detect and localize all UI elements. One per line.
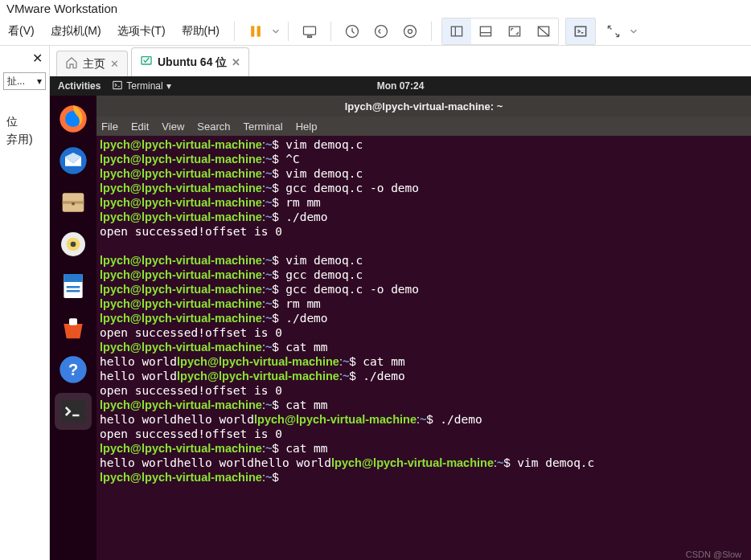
svg-rect-12 [509,27,519,36]
menu-vm[interactable]: 虚拟机(M) [43,24,109,39]
tab-label: 主页 [83,57,105,72]
menu-tabs[interactable]: 选项卡(T) [109,24,174,39]
terminal-window: lpych@lpych-virtual-machine: ~ File Edit… [96,96,751,560]
svg-rect-8 [451,27,462,36]
fullscreen-button[interactable] [500,18,529,44]
dock-icon-rhythmbox[interactable] [55,226,92,263]
svg-text:?: ? [68,361,78,378]
chevron-down-icon: ▾ [166,80,171,92]
svg-rect-17 [113,81,122,88]
clock[interactable]: Mon 07:24 [377,80,425,92]
tab-home[interactable]: 主页 ✕ [56,51,128,76]
layout-single-button[interactable] [442,18,471,44]
snapshot-take-button[interactable] [338,18,367,44]
dock-icon-software[interactable] [55,309,92,346]
snapshot-revert-button[interactable] [367,18,396,44]
gnome-top-bar: Activities Terminal ▾ Mon 07:24 [50,76,751,96]
divider [234,22,235,41]
ubuntu-dock: ? [50,96,96,560]
terminal-titlebar[interactable]: lpych@lpych-virtual-machine: ~ [96,96,751,116]
layout-thumb-button[interactable] [471,18,500,44]
vmware-menubar: 看(V) 虚拟机(M) 选项卡(T) 帮助(H) [0,17,751,46]
terminal-output[interactable]: lpych@lpych-virtual-machine:~$ vim demoq… [96,136,751,560]
unity-button[interactable] [529,18,558,44]
app-menu-label: Terminal [126,80,162,92]
term-menu-view[interactable]: View [162,121,184,133]
tab-close-button[interactable]: ✕ [110,58,119,70]
pause-dropdown[interactable] [270,18,281,44]
window-title: VMware Workstation [0,0,751,17]
vm-tabs: 主页 ✕ Ubuntu 64 位 ✕ [50,46,751,76]
menu-help[interactable]: 帮助(H) [174,24,228,39]
dock-icon-thunderbird[interactable] [55,142,92,179]
vm-icon [140,55,153,70]
terminal-icon [112,80,123,93]
library-item-text: 位弃用) [3,112,46,149]
svg-point-26 [71,242,76,247]
svg-rect-34 [61,401,85,423]
stretch-dropdown[interactable] [628,18,639,44]
terminal-menubar: File Edit View Search Terminal Help [96,116,751,136]
activities-button[interactable]: Activities [58,80,101,92]
dock-icon-writer[interactable] [55,268,92,305]
term-menu-search[interactable]: Search [197,121,230,133]
svg-rect-30 [67,290,80,292]
svg-rect-28 [64,274,82,282]
tab-ubuntu[interactable]: Ubuntu 64 位 ✕ [131,47,249,76]
guest-desktop[interactable]: Activities Terminal ▾ Mon 07:24 ? [50,76,751,560]
divider [288,22,289,41]
tab-close-button[interactable]: ✕ [232,56,240,68]
menu-view[interactable]: 看(V) [0,24,43,39]
term-menu-terminal[interactable]: Terminal [244,121,283,133]
panel-close-button[interactable]: ✕ [3,49,46,67]
svg-rect-1 [257,26,261,36]
home-icon [65,56,78,72]
svg-rect-31 [69,318,77,325]
svg-point-5 [376,25,388,37]
term-menu-edit[interactable]: Edit [131,121,149,133]
dropdown-label: 扯... [7,75,25,88]
term-menu-file[interactable]: File [101,121,118,133]
library-panel: ✕ 扯...▾ 位弃用) [0,46,50,560]
snapshot-manager-button[interactable] [396,18,425,44]
svg-rect-3 [308,35,312,37]
svg-rect-23 [72,202,74,205]
console-button[interactable] [565,18,596,45]
divider [431,22,432,41]
svg-point-6 [404,25,417,37]
app-menu[interactable]: Terminal ▾ [112,80,170,93]
dock-icon-terminal[interactable] [55,393,92,430]
pause-button[interactable] [241,18,270,44]
dock-icon-help[interactable]: ? [55,351,92,388]
layout-button-group [441,18,559,45]
library-filter-dropdown[interactable]: 扯...▾ [3,72,46,90]
svg-line-14 [538,27,548,36]
dock-icon-firefox[interactable] [55,100,92,137]
tab-label: Ubuntu 64 位 [158,55,227,70]
divider [330,22,331,41]
svg-point-7 [408,29,412,33]
dock-icon-files[interactable] [55,184,92,221]
svg-rect-10 [480,27,490,36]
stretch-button[interactable] [599,18,628,44]
svg-rect-29 [67,286,80,288]
svg-rect-0 [251,26,254,36]
term-menu-help[interactable]: Help [296,121,318,133]
svg-rect-2 [304,27,316,35]
send-ctrl-alt-del-button[interactable] [295,18,324,44]
watermark: CSDN @Slow [686,550,741,559]
chevron-down-icon: ▾ [37,76,42,87]
